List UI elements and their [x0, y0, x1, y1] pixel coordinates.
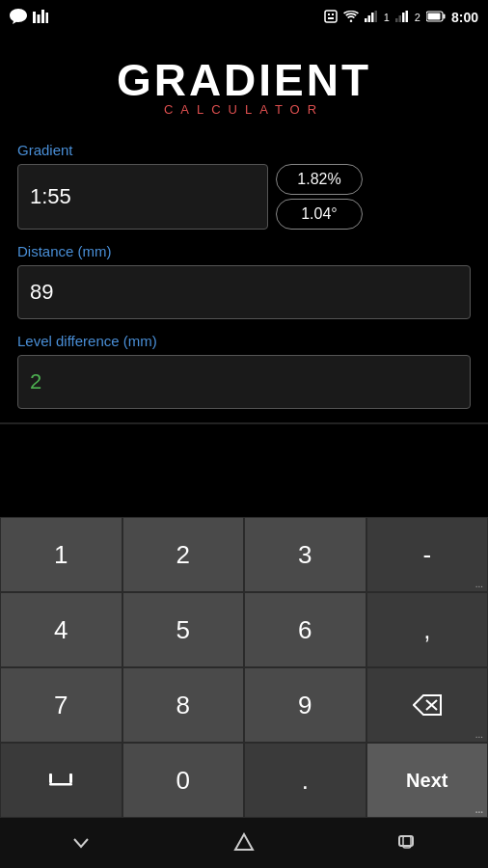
battery-icon — [426, 11, 446, 25]
keyboard-separator — [0, 422, 488, 424]
distance-input[interactable] — [17, 265, 471, 319]
status-bar: 1 2 8:00 — [0, 0, 488, 35]
key-row-3: 7 8 9 ... — [0, 667, 488, 743]
sim-icon — [324, 10, 338, 26]
svg-rect-8 — [365, 18, 367, 22]
key-9[interactable]: 9 — [244, 667, 366, 743]
key-0[interactable]: 0 — [122, 743, 245, 818]
svg-rect-11 — [374, 11, 377, 22]
key-row-1: 1 2 3 - ... — [0, 517, 488, 592]
svg-rect-21 — [49, 783, 72, 786]
svg-rect-0 — [33, 12, 36, 23]
gradient-row: 1.82% 1.04° — [17, 164, 471, 230]
status-time: 8:00 — [451, 10, 478, 25]
svg-rect-13 — [398, 15, 401, 22]
svg-rect-14 — [402, 13, 405, 22]
svg-rect-18 — [427, 13, 440, 19]
signal1-icon — [365, 11, 378, 25]
nav-back-button[interactable] — [52, 818, 110, 868]
keyboard: 1 2 3 - ... 4 5 6 , 7 8 9 ... — [0, 517, 488, 818]
next-button[interactable]: Next ... — [366, 743, 489, 818]
svg-rect-15 — [405, 11, 408, 22]
signal2-icon — [395, 11, 409, 25]
key-minus[interactable]: - ... — [366, 517, 489, 592]
key-comma[interactable]: , — [366, 592, 489, 667]
key-dot[interactable]: . — [244, 743, 366, 818]
svg-rect-10 — [371, 13, 374, 22]
key-space[interactable] — [0, 743, 122, 818]
status-right-icons: 1 2 8:00 — [324, 10, 478, 26]
app-title: GRADIENT — [0, 54, 488, 106]
gradient-input[interactable] — [17, 164, 268, 230]
status-left-icons — [10, 9, 48, 27]
svg-rect-12 — [395, 18, 398, 22]
backspace-icon — [413, 694, 442, 716]
gradient-label: Gradient — [17, 142, 471, 158]
app-subtitle: CALCULATOR — [0, 102, 488, 117]
svg-rect-2 — [41, 10, 44, 23]
nav-bar — [0, 818, 488, 868]
svg-rect-9 — [367, 15, 370, 22]
signal-number-1: 1 — [384, 12, 390, 23]
next-dots: ... — [475, 805, 483, 815]
svg-rect-7 — [328, 17, 334, 19]
key-6[interactable]: 6 — [244, 592, 366, 667]
svg-rect-23 — [69, 773, 72, 783]
recent-icon — [396, 832, 418, 854]
svg-rect-17 — [443, 14, 445, 18]
svg-rect-4 — [325, 11, 337, 22]
key-row-2: 4 5 6 , — [0, 592, 488, 667]
main-content: Gradient 1.82% 1.04° Distance (mm) Level… — [0, 126, 488, 409]
nav-home-button[interactable] — [215, 818, 273, 868]
wifi-icon — [343, 11, 359, 25]
svg-marker-24 — [235, 834, 253, 850]
key-minus-dots: ... — [475, 580, 483, 589]
gradient-percent: 1.82% — [276, 164, 363, 195]
key-4[interactable]: 4 — [0, 592, 122, 667]
bars-icon — [33, 10, 48, 26]
signal-number-2: 2 — [415, 12, 420, 23]
key-row-4: 0 . Next ... — [0, 743, 488, 818]
key-5[interactable]: 5 — [122, 592, 245, 667]
home-icon — [233, 832, 255, 854]
level-row — [17, 355, 471, 409]
svg-rect-5 — [328, 14, 330, 15]
key-2[interactable]: 2 — [122, 517, 245, 592]
distance-row — [17, 265, 471, 319]
key-backspace[interactable]: ... — [366, 667, 489, 743]
key-8[interactable]: 8 — [122, 667, 245, 743]
gradient-results: 1.82% 1.04° — [276, 164, 363, 230]
backspace-dots: ... — [475, 730, 483, 740]
level-label: Level difference (mm) — [17, 333, 471, 349]
svg-rect-3 — [46, 13, 49, 23]
svg-rect-22 — [49, 773, 52, 783]
back-icon — [70, 832, 92, 854]
distance-label: Distance (mm) — [17, 243, 471, 259]
space-icon — [45, 773, 76, 787]
level-input[interactable] — [17, 355, 471, 409]
svg-rect-1 — [38, 14, 41, 23]
gradient-degree: 1.04° — [276, 199, 363, 230]
key-1[interactable]: 1 — [0, 517, 122, 592]
key-7[interactable]: 7 — [0, 667, 122, 743]
svg-rect-6 — [332, 14, 334, 15]
app-header: GRADIENT CALCULATOR — [0, 35, 488, 126]
chat-bubble-icon — [10, 9, 27, 27]
key-3[interactable]: 3 — [244, 517, 366, 592]
nav-recent-button[interactable] — [378, 818, 436, 868]
